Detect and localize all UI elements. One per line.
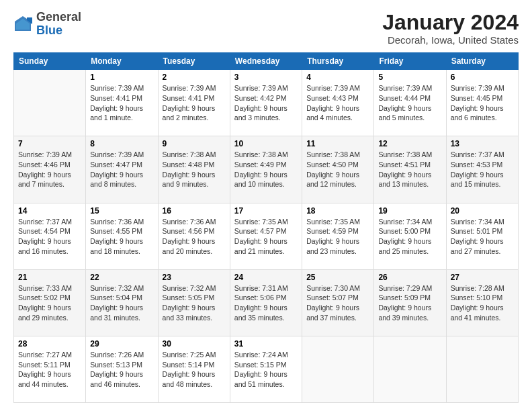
- day-number: 12: [378, 139, 441, 148]
- day-info: Sunrise: 7:32 AMSunset: 5:05 PMDaylight:…: [163, 283, 226, 323]
- day-number: 24: [234, 273, 298, 282]
- calendar-table: Sunday Monday Tuesday Wednesday Thursday…: [13, 52, 519, 403]
- day-number: 7: [18, 139, 81, 148]
- day-info: Sunrise: 7:31 AMSunset: 5:06 PMDaylight:…: [234, 283, 298, 323]
- day-cell: 27Sunrise: 7:28 AMSunset: 5:10 PMDayligh…: [446, 269, 518, 336]
- day-cell: 2Sunrise: 7:39 AMSunset: 4:41 PMDaylight…: [158, 70, 230, 136]
- day-number: 5: [378, 73, 441, 82]
- day-info: Sunrise: 7:39 AMSunset: 4:42 PMDaylight:…: [234, 83, 298, 123]
- day-cell: 16Sunrise: 7:36 AMSunset: 4:56 PMDayligh…: [158, 203, 230, 269]
- logo: General Blue: [13, 11, 81, 38]
- logo-blue: Blue: [36, 24, 62, 37]
- day-info: Sunrise: 7:38 AMSunset: 4:48 PMDaylight:…: [163, 150, 226, 189]
- day-cell: [446, 336, 518, 402]
- day-info: Sunrise: 7:36 AMSunset: 4:56 PMDaylight:…: [163, 217, 226, 257]
- day-info: Sunrise: 7:36 AMSunset: 4:55 PMDaylight:…: [90, 217, 153, 257]
- day-cell: 24Sunrise: 7:31 AMSunset: 5:06 PMDayligh…: [230, 269, 302, 336]
- day-number: 2: [163, 73, 226, 82]
- col-monday: Monday: [86, 53, 158, 70]
- day-cell: [14, 70, 86, 136]
- col-thursday: Thursday: [302, 53, 374, 70]
- day-info: Sunrise: 7:28 AMSunset: 5:10 PMDaylight:…: [451, 283, 514, 323]
- week-row-3: 21Sunrise: 7:33 AMSunset: 5:02 PMDayligh…: [14, 269, 519, 336]
- day-info: Sunrise: 7:39 AMSunset: 4:41 PMDaylight:…: [90, 83, 153, 123]
- day-info: Sunrise: 7:24 AMSunset: 5:15 PMDaylight:…: [234, 350, 298, 390]
- day-cell: 9Sunrise: 7:38 AMSunset: 4:48 PMDaylight…: [158, 136, 230, 203]
- day-number: 8: [90, 139, 153, 148]
- logo-text: General Blue: [36, 11, 81, 38]
- day-cell: 8Sunrise: 7:39 AMSunset: 4:47 PMDaylight…: [86, 136, 158, 203]
- col-tuesday: Tuesday: [158, 53, 230, 70]
- day-number: 1: [90, 73, 153, 82]
- main-title: January 2024: [382, 11, 519, 34]
- day-number: 16: [163, 206, 226, 216]
- day-info: Sunrise: 7:39 AMSunset: 4:44 PMDaylight:…: [378, 83, 441, 123]
- day-number: 9: [163, 139, 226, 148]
- week-row-4: 28Sunrise: 7:27 AMSunset: 5:11 PMDayligh…: [14, 336, 519, 402]
- day-cell: 29Sunrise: 7:26 AMSunset: 5:13 PMDayligh…: [86, 336, 158, 402]
- day-info: Sunrise: 7:39 AMSunset: 4:47 PMDaylight:…: [90, 150, 153, 189]
- day-number: 17: [234, 206, 298, 216]
- day-cell: 14Sunrise: 7:37 AMSunset: 4:54 PMDayligh…: [14, 203, 86, 269]
- day-number: 4: [306, 73, 369, 82]
- day-info: Sunrise: 7:29 AMSunset: 5:09 PMDaylight:…: [378, 283, 441, 323]
- day-cell: 19Sunrise: 7:34 AMSunset: 5:00 PMDayligh…: [374, 203, 446, 269]
- day-cell: 31Sunrise: 7:24 AMSunset: 5:15 PMDayligh…: [230, 336, 302, 402]
- day-info: Sunrise: 7:39 AMSunset: 4:45 PMDaylight:…: [451, 83, 514, 123]
- day-cell: 18Sunrise: 7:35 AMSunset: 4:59 PMDayligh…: [302, 203, 374, 269]
- title-block: January 2024 Decorah, Iowa, United State…: [382, 11, 519, 46]
- day-cell: 28Sunrise: 7:27 AMSunset: 5:11 PMDayligh…: [14, 336, 86, 402]
- day-number: 18: [306, 206, 369, 216]
- week-row-2: 14Sunrise: 7:37 AMSunset: 4:54 PMDayligh…: [14, 203, 519, 269]
- day-cell: 12Sunrise: 7:38 AMSunset: 4:51 PMDayligh…: [374, 136, 446, 203]
- day-info: Sunrise: 7:39 AMSunset: 4:46 PMDaylight:…: [18, 150, 81, 189]
- day-cell: 7Sunrise: 7:39 AMSunset: 4:46 PMDaylight…: [14, 136, 86, 203]
- page: General Blue January 2024 Decorah, Iowa,…: [0, 0, 532, 411]
- day-cell: 17Sunrise: 7:35 AMSunset: 4:57 PMDayligh…: [230, 203, 302, 269]
- day-info: Sunrise: 7:26 AMSunset: 5:13 PMDaylight:…: [90, 350, 153, 390]
- day-cell: 25Sunrise: 7:30 AMSunset: 5:07 PMDayligh…: [302, 269, 374, 336]
- day-cell: 30Sunrise: 7:25 AMSunset: 5:14 PMDayligh…: [158, 336, 230, 402]
- day-number: 21: [18, 273, 81, 282]
- day-number: 28: [18, 339, 81, 349]
- day-number: 13: [451, 139, 514, 148]
- day-info: Sunrise: 7:34 AMSunset: 5:01 PMDaylight:…: [451, 217, 514, 257]
- day-info: Sunrise: 7:38 AMSunset: 4:51 PMDaylight:…: [378, 150, 441, 189]
- day-cell: 3Sunrise: 7:39 AMSunset: 4:42 PMDaylight…: [230, 70, 302, 136]
- subtitle: Decorah, Iowa, United States: [382, 34, 519, 46]
- col-sunday: Sunday: [14, 53, 86, 70]
- day-number: 6: [451, 73, 514, 82]
- day-cell: 4Sunrise: 7:39 AMSunset: 4:43 PMDaylight…: [302, 70, 374, 136]
- logo-general: General: [36, 10, 81, 24]
- day-number: 26: [378, 273, 441, 282]
- day-cell: [374, 336, 446, 402]
- day-cell: 5Sunrise: 7:39 AMSunset: 4:44 PMDaylight…: [374, 70, 446, 136]
- logo-icon: [13, 15, 32, 34]
- day-cell: 1Sunrise: 7:39 AMSunset: 4:41 PMDaylight…: [86, 70, 158, 136]
- day-info: Sunrise: 7:35 AMSunset: 4:59 PMDaylight:…: [306, 217, 369, 257]
- day-info: Sunrise: 7:39 AMSunset: 4:41 PMDaylight:…: [163, 83, 226, 123]
- day-number: 30: [163, 339, 226, 349]
- col-wednesday: Wednesday: [230, 53, 302, 70]
- day-info: Sunrise: 7:35 AMSunset: 4:57 PMDaylight:…: [234, 217, 298, 257]
- day-cell: 26Sunrise: 7:29 AMSunset: 5:09 PMDayligh…: [374, 269, 446, 336]
- day-number: 27: [451, 273, 514, 282]
- header-row: Sunday Monday Tuesday Wednesday Thursday…: [14, 53, 519, 70]
- day-number: 15: [90, 206, 153, 216]
- day-info: Sunrise: 7:27 AMSunset: 5:11 PMDaylight:…: [18, 350, 81, 390]
- day-number: 19: [378, 206, 441, 216]
- week-row-1: 7Sunrise: 7:39 AMSunset: 4:46 PMDaylight…: [14, 136, 519, 203]
- day-cell: 15Sunrise: 7:36 AMSunset: 4:55 PMDayligh…: [86, 203, 158, 269]
- day-number: 11: [306, 139, 369, 148]
- day-number: 20: [451, 206, 514, 216]
- calendar-body: 1Sunrise: 7:39 AMSunset: 4:41 PMDaylight…: [14, 70, 519, 403]
- col-saturday: Saturday: [446, 53, 518, 70]
- day-info: Sunrise: 7:37 AMSunset: 4:54 PMDaylight:…: [18, 217, 81, 257]
- day-number: 25: [306, 273, 369, 282]
- day-cell: [302, 336, 374, 402]
- calendar-header: Sunday Monday Tuesday Wednesday Thursday…: [14, 53, 519, 70]
- day-number: 14: [18, 206, 81, 216]
- day-info: Sunrise: 7:38 AMSunset: 4:49 PMDaylight:…: [234, 150, 298, 189]
- day-cell: 20Sunrise: 7:34 AMSunset: 5:01 PMDayligh…: [446, 203, 518, 269]
- day-number: 3: [234, 73, 298, 82]
